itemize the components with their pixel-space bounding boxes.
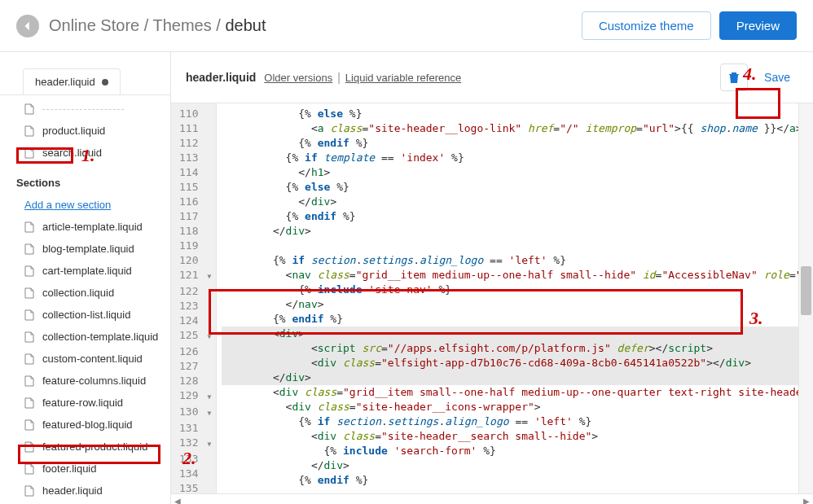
file-row[interactable]: footer.liquid bbox=[0, 458, 170, 480]
breadcrumb-current: debut bbox=[225, 16, 266, 34]
file-row[interactable]: custom-content.liquid bbox=[0, 348, 170, 370]
delete-button[interactable] bbox=[720, 64, 748, 91]
scroll-left-icon[interactable]: ◀ bbox=[174, 497, 181, 504]
trash-icon bbox=[727, 71, 740, 84]
vertical-scrollbar[interactable] bbox=[798, 103, 813, 493]
customize-theme-button[interactable]: Customize theme bbox=[582, 11, 711, 40]
sections-header: Sections bbox=[0, 172, 170, 194]
file-row[interactable]: feature-columns.liquid bbox=[0, 370, 170, 392]
file-label bbox=[42, 109, 124, 110]
file-label: custom-content.liquid bbox=[42, 353, 143, 365]
breadcrumb: Online Store / Themes / debut bbox=[49, 16, 573, 35]
file-label: cart-template.liquid bbox=[42, 265, 132, 277]
file-row[interactable]: search.liquid bbox=[0, 142, 170, 164]
file-label: collection-list.liquid bbox=[42, 309, 130, 321]
horizontal-scrollbar[interactable]: ◀ ▶ bbox=[171, 493, 813, 504]
file-row[interactable]: cart-template.liquid bbox=[0, 260, 170, 282]
file-row[interactable]: article-template.liquid bbox=[0, 216, 170, 238]
file-row[interactable]: header.liquid bbox=[0, 480, 170, 502]
tab-header-liquid[interactable]: header.liquid bbox=[23, 68, 121, 94]
file-row[interactable]: blog-template.liquid bbox=[0, 238, 170, 260]
back-icon[interactable] bbox=[16, 15, 39, 37]
breadcrumb-part[interactable]: Online Store bbox=[49, 16, 139, 34]
file-row[interactable]: feature-row.liquid bbox=[0, 392, 170, 414]
file-row[interactable]: collection-template.liquid bbox=[0, 326, 170, 348]
file-icon bbox=[24, 353, 34, 365]
file-icon bbox=[24, 243, 34, 255]
file-label: collection-template.liquid bbox=[42, 331, 158, 343]
file-icon bbox=[24, 221, 34, 233]
file-label: search.liquid bbox=[42, 147, 102, 159]
scroll-right-icon[interactable]: ▶ bbox=[803, 497, 810, 504]
code-area[interactable]: 110 111 112 113 114 115 116 117 118 119 … bbox=[171, 103, 798, 493]
file-icon bbox=[24, 265, 34, 277]
file-icon bbox=[24, 309, 34, 321]
file-icon bbox=[24, 287, 34, 299]
file-icon bbox=[24, 441, 34, 453]
file-row[interactable]: featured-product.liquid bbox=[0, 436, 170, 458]
file-row[interactable] bbox=[0, 99, 170, 120]
file-icon bbox=[24, 375, 34, 387]
file-label: featured-blog.liquid bbox=[42, 419, 133, 431]
file-label: footer.liquid bbox=[42, 462, 97, 475]
file-icon bbox=[24, 397, 34, 409]
file-label: feature-columns.liquid bbox=[42, 375, 146, 387]
file-label: feature-row.liquid bbox=[42, 397, 123, 409]
file-icon bbox=[24, 147, 34, 159]
file-row[interactable]: collection-list.liquid bbox=[0, 304, 170, 326]
save-button[interactable]: Save bbox=[756, 66, 798, 89]
file-sidebar: header.liquid product.liquidsearch.liqui… bbox=[0, 52, 171, 504]
file-label: blog-template.liquid bbox=[42, 243, 134, 255]
modified-dot-icon bbox=[102, 79, 108, 85]
file-icon bbox=[24, 103, 34, 115]
older-versions-link[interactable]: Older versions bbox=[264, 72, 332, 84]
file-row[interactable]: featured-blog.liquid bbox=[0, 414, 170, 436]
file-icon bbox=[24, 419, 34, 431]
file-icon bbox=[24, 485, 34, 497]
file-icon bbox=[24, 331, 34, 343]
editor-filename: header.liquid bbox=[186, 71, 256, 84]
tab-label: header.liquid bbox=[35, 76, 95, 88]
file-label: article-template.liquid bbox=[42, 221, 143, 233]
file-row[interactable]: product.liquid bbox=[0, 120, 170, 142]
breadcrumb-part[interactable]: Themes bbox=[152, 16, 211, 34]
file-label: header.liquid bbox=[42, 484, 103, 497]
file-label: collection.liquid bbox=[42, 287, 114, 299]
code-editor: header.liquid Older versions | Liquid va… bbox=[171, 52, 813, 504]
liquid-reference-link[interactable]: Liquid variable reference bbox=[345, 72, 461, 84]
file-row[interactable]: collection.liquid bbox=[0, 282, 170, 304]
file-label: featured-product.liquid bbox=[42, 440, 147, 453]
scrollbar-thumb[interactable] bbox=[801, 266, 811, 315]
add-section-link[interactable]: Add a new section bbox=[0, 194, 170, 216]
file-label: product.liquid bbox=[42, 125, 105, 137]
file-icon bbox=[24, 125, 34, 137]
file-icon bbox=[24, 463, 34, 475]
preview-button[interactable]: Preview bbox=[719, 11, 797, 40]
